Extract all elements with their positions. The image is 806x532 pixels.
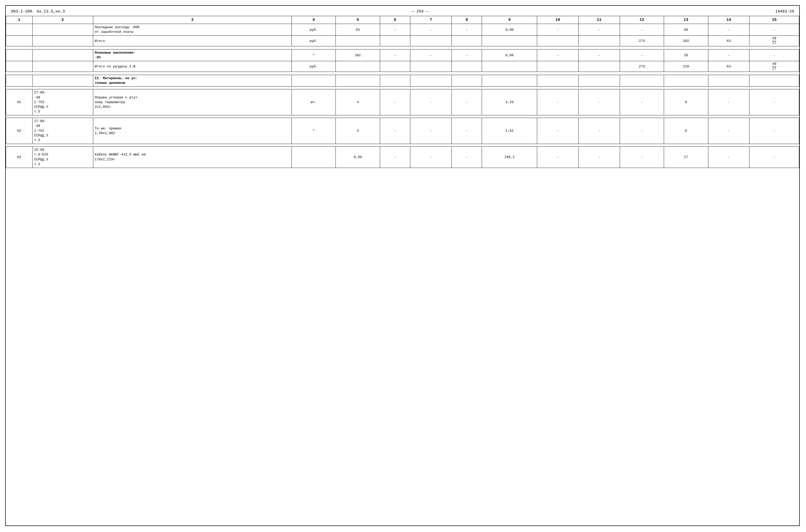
cell-itogor-2 [32, 61, 93, 72]
cell-itogo1-4: руб. [292, 36, 336, 46]
cell-itogor-9 [482, 61, 537, 72]
cell-itogor-5 [336, 61, 380, 72]
cell-planovye-9: 0,08 [482, 49, 537, 61]
fraction-itogo1-num: 49 [772, 37, 776, 41]
col-header-11: 11 [578, 16, 620, 24]
cell-overhead-2 [32, 24, 93, 36]
cell-itogo1-15: 49 I7 [749, 36, 799, 46]
cell-63-14: - [708, 147, 749, 168]
spacer-row-4 [6, 115, 799, 118]
cell-62-12: - [620, 118, 664, 144]
cell-math-6 [380, 75, 410, 87]
col-header-6: 6 [380, 16, 410, 24]
cell-math-13 [664, 75, 708, 87]
cell-overhead-14: - [708, 24, 749, 36]
row-62: 62 I7-06- -48 I-752 ССРЦЦ У т.5 То же, п… [6, 118, 799, 144]
cell-overhead-4: руб. [292, 24, 336, 36]
top-center-label: — 254 — [412, 10, 428, 14]
cell-61-13: 9 [664, 89, 708, 115]
cell-overhead-9: 0,80 [482, 24, 537, 36]
col-header-4: 4 [292, 16, 336, 24]
fraction-itogor: 49 I7 [772, 62, 776, 71]
cell-62-5: 4 [336, 118, 380, 144]
cell-63-10: - [537, 147, 579, 168]
cell-62-10: - [537, 118, 579, 144]
cell-63-15: - [749, 147, 799, 168]
cell-62-2: I7-06- -48 I-752 ССРЦЦ У т.5 [32, 118, 93, 144]
cell-63-4 [292, 147, 336, 168]
cell-itogo1-8 [451, 36, 482, 46]
cell-overhead-1 [6, 24, 33, 36]
cell-itogor-6 [380, 61, 410, 72]
cell-planovye-4: " [292, 49, 336, 61]
row-materialy-header: II. Материалы, не уч- тенные ценником [6, 75, 799, 87]
col-header-5: 5 [336, 16, 380, 24]
top-bar: 903-I-200. Ах.I3.5,кн.3 — 254 — 19463-29 [6, 8, 799, 16]
cell-61-3: Оправа угловая к ртут- ному термометру 2… [93, 89, 292, 115]
fraction-itogo1: 49 I7 [772, 37, 776, 45]
cell-overhead-10: - [537, 24, 579, 36]
cell-itogo1-10 [537, 36, 579, 46]
col-header-3: 3 [93, 16, 292, 24]
col-header-8: 8 [451, 16, 482, 24]
cell-63-2: I5-09 т.6-0I6 ССРЦЦ У т.2 [32, 147, 93, 168]
cell-62-11: - [578, 118, 620, 144]
cell-overhead-7: - [410, 24, 452, 36]
col-header-14: 14 [708, 16, 749, 24]
cell-planovye-14: - [708, 49, 749, 61]
cell-62-1: 62 [6, 118, 33, 144]
cell-overhead-3: Накладные расходы -80% от заработной пла… [93, 24, 292, 36]
cell-itogor-11 [578, 61, 620, 72]
cell-63-11: - [578, 147, 620, 168]
cell-planovye-10: - [537, 49, 579, 61]
cell-planovye-2 [32, 49, 93, 61]
cell-overhead-12: - [620, 24, 664, 36]
cell-62-3: То же, прямая I,50хI,082 [93, 118, 292, 144]
cell-itogo1-9 [482, 36, 537, 46]
top-right-label: 19463-29 [775, 10, 794, 14]
cell-63-12: - [620, 147, 664, 168]
cell-planovye-11: - [578, 49, 620, 61]
cell-math-3: II. Материалы, не уч- тенные ценником [93, 75, 292, 87]
cell-planovye-3: Плановые накопления- -8% [93, 49, 292, 61]
cell-itogo1-1 [6, 36, 33, 46]
cell-itogor-14: 63 [708, 61, 749, 72]
cell-itogor-13: 2I8 [664, 61, 708, 72]
cell-planovye-13: I6 [664, 49, 708, 61]
spacer-row-1 [6, 46, 799, 49]
cell-63-5: 0,09 [336, 147, 380, 168]
cell-61-8: - [451, 89, 482, 115]
cell-math-7 [410, 75, 452, 87]
cell-61-15: - [749, 89, 799, 115]
cell-61-2: I7-06- -48 I-753 ССРЦЦ У т.5 [32, 89, 93, 115]
col-header-7: 7 [410, 16, 452, 24]
column-header-row: 1 2 3 4 5 6 7 8 9 10 11 12 13 14 15 [6, 16, 799, 24]
top-left-label: 903-I-200. Ах.I3.5,кн.3 [11, 10, 65, 14]
cell-63-8: - [451, 147, 482, 168]
cell-63-6: - [380, 147, 410, 168]
cell-itogo1-12: 273 [620, 36, 664, 46]
cell-math-10 [537, 75, 579, 87]
col-header-10: 10 [537, 16, 579, 24]
cell-itogor-1 [6, 61, 33, 72]
row-61: 6I I7-06- -48 I-753 ССРЦЦ У т.5 Оправа у… [6, 89, 799, 115]
cell-itogo1-6 [380, 36, 410, 46]
spacer-row-2 [6, 72, 799, 75]
cell-62-14: - [708, 118, 749, 144]
cell-61-14: - [708, 89, 749, 115]
cell-itogor-4: руб. [292, 61, 336, 72]
cell-62-6: - [380, 118, 410, 144]
row-63: 63 I5-09 т.6-0I6 ССРЦЦ У т.2 Кабель АКВВ… [6, 147, 799, 168]
cell-overhead-6: - [380, 24, 410, 36]
col-header-1: 1 [6, 16, 33, 24]
cell-math-8 [451, 75, 482, 87]
cell-62-8: - [451, 118, 482, 144]
cell-62-4: " [292, 118, 336, 144]
cell-61-7: - [410, 89, 452, 115]
cell-math-4 [292, 75, 336, 87]
cell-overhead-5: 63 [336, 24, 380, 36]
cell-math-14 [708, 75, 749, 87]
cell-61-4: шт. [292, 89, 336, 115]
cell-62-9: I,62 [482, 118, 537, 144]
page-container: 903-I-200. Ах.I3.5,кн.3 — 254 — 19463-29… [5, 5, 800, 526]
